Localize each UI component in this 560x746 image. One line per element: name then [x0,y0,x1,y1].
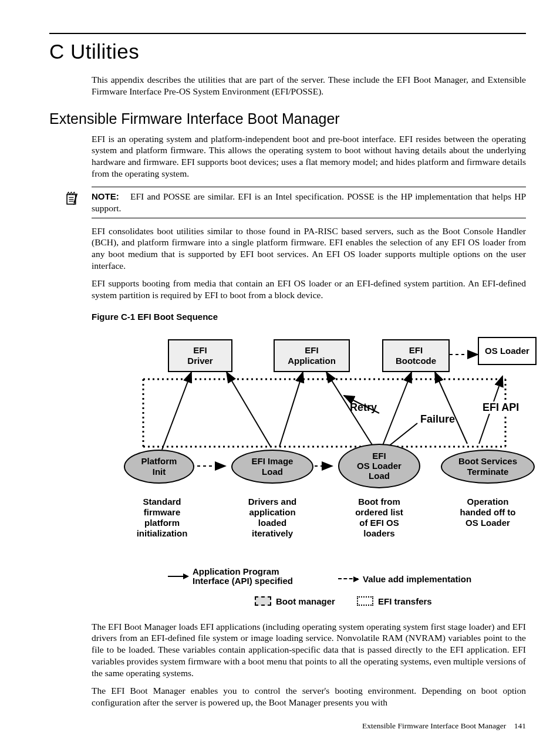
note-icon [65,191,80,206]
paragraph-2: EFI consolidates boot utilities similar … [92,225,526,272]
label-failure: Failure [420,413,455,426]
legend-efitrans-text: EFI transfers [378,596,432,606]
box-efi-driver: EFI Driver [168,339,232,372]
caption-drivers: Drivers and application loaded iterative… [237,497,308,539]
box-efi-bootcode: EFI Bootcode [382,339,450,372]
efi-boot-sequence-diagram: EFI Driver EFI Application EFI Bootcode … [92,326,526,614]
svg-line-16 [382,372,411,447]
ellipse-platform-init: Platform Init [124,450,194,484]
legend-bootmgr: Boot manager [255,596,335,606]
box-efi-application: EFI Application [274,339,350,372]
svg-rect-7 [143,379,507,382]
note-label: NOTE: [92,191,119,201]
label-retry: Retry [350,401,377,414]
arrow-solid-icon [168,576,188,577]
caption-platform: Standard firmware platform initializatio… [127,497,197,539]
legend-api: Application Program Interface (API) spec… [168,567,293,586]
caption-bootfrom: Boot from ordered list of EFI OS loaders [344,497,414,539]
figure-caption: Figure C-1 EFI Boot Sequence [92,312,526,322]
paragraph-4: The EFI Boot Manager loads EFI applicati… [92,621,526,679]
section-heading: Extensible Firmware Interface Boot Manag… [49,110,526,127]
caption-handoff: Operation handed off to OS Loader [441,497,535,528]
page-footer: Extensible Firmware Interface Boot Manag… [362,721,526,731]
paragraph-1: EFI is an operating system and platform-… [92,133,526,180]
svg-line-20 [388,423,417,447]
svg-line-13 [227,372,271,447]
box-os-loader: OS Loader [478,337,537,365]
svg-line-14 [279,372,303,447]
swatch-boot-manager [255,596,271,606]
legend-bootmgr-text: Boot manager [276,596,335,606]
arrow-dash-icon [338,578,358,579]
swatch-efi-transfers [357,596,373,606]
top-rule [49,33,526,34]
note-block: NOTE: EFI and POSSE are similar. EFI is … [92,187,526,218]
legend-efitrans: EFI transfers [357,596,432,606]
svg-line-17 [435,372,467,444]
ellipse-efi-os-loader-load: EFI OS Loader Load [338,444,420,488]
page-title: C Utilities [49,40,526,63]
ellipse-boot-services-terminate: Boot Services Terminate [441,450,535,484]
label-efi-api: EFI API [480,401,521,414]
intro-paragraph: This appendix describes the utilities th… [92,74,526,97]
paragraph-5: The EFI Boot Manager enables you to cont… [92,685,526,708]
legend-api-text: Application Program Interface (API) spec… [193,567,293,586]
legend-value-text: Value add implementation [363,574,471,584]
ellipse-efi-image-load: EFI Image Load [231,450,313,484]
svg-line-12 [162,372,191,450]
footer-page-number: 141 [514,721,526,730]
footer-section: Extensible Firmware Interface Boot Manag… [362,721,506,730]
note-text: EFI and POSSE are similar. EFI is an Int… [92,191,526,213]
paragraph-3: EFI supports booting from media that con… [92,278,526,301]
legend-value: Value add implementation [338,574,471,584]
